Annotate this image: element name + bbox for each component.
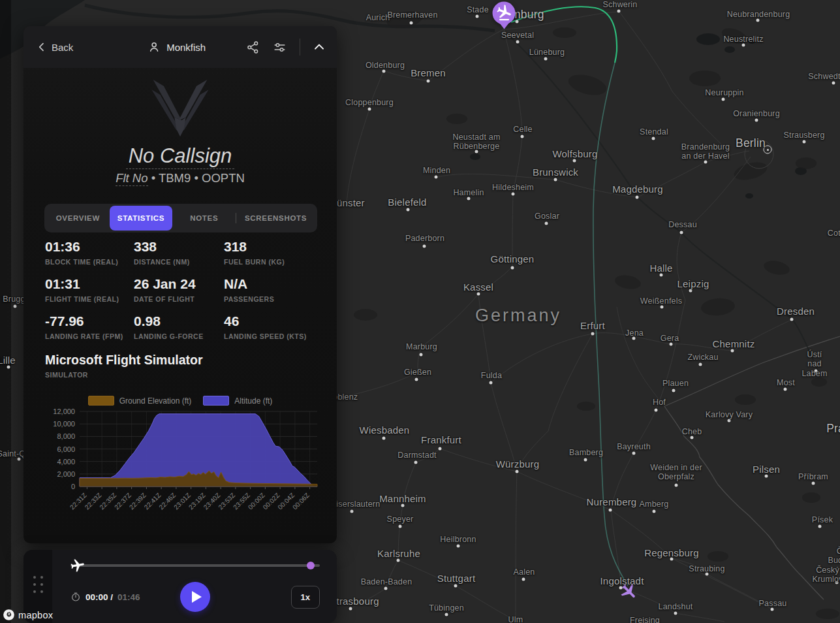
stat-cell: 26 Jan 24DATE OF FLIGHT: [134, 276, 224, 303]
slider-track[interactable]: [70, 564, 320, 567]
legend-altitude: Altitude (ft): [203, 396, 272, 406]
collapse-panel-icon[interactable]: [313, 41, 325, 53]
simulator-label: SIMULATOR: [45, 371, 88, 379]
tab-overview[interactable]: OVERVIEW: [46, 206, 110, 231]
stat-label: BLOCK TIME (REAL): [45, 258, 134, 266]
stat-value: 26 Jan 24: [134, 276, 224, 292]
stat-label: LANDING RATE (FPM): [45, 332, 134, 340]
slider-end-marker[interactable]: [307, 562, 315, 569]
stat-cell: 338DISTANCE (NM): [134, 239, 224, 266]
callsign-title: No Callsign: [23, 144, 337, 168]
legend-ground-label: Ground Elevation (ft): [119, 396, 192, 406]
back-button[interactable]: Back: [37, 42, 73, 53]
panel-header: Back Monkfish: [23, 26, 337, 68]
stat-label: LANDING G-FORCE: [134, 332, 224, 340]
legend-altitude-swatch: [203, 396, 229, 406]
playback-speed-button[interactable]: 1x: [291, 586, 320, 609]
stat-value: 01:36: [45, 239, 134, 255]
stat-cell: 46LANDING SPEED (KTS): [224, 313, 328, 340]
clock-icon: [70, 592, 81, 602]
meta-separator-2: •: [194, 171, 198, 185]
header-divider: [300, 39, 300, 56]
tab-bar: OVERVIEWSTATISTICSNOTESSCREENSHOTS: [44, 204, 317, 232]
legend-ground-swatch: [88, 396, 114, 406]
playback-controls: 00:00 / 01:46 1x: [70, 579, 320, 615]
total-time: 01:46: [117, 592, 140, 602]
stat-value: 46: [224, 313, 328, 329]
stat-cell: 0.98LANDING G-FORCE: [134, 313, 224, 340]
y-axis-tick-label: 2,000: [57, 470, 75, 478]
stat-cell: -77.96LANDING RATE (FPM): [45, 313, 134, 340]
drag-handle-icon[interactable]: [33, 576, 43, 593]
elapsed-time: 00:00 /: [86, 592, 113, 602]
stat-cell: N/APASSENGERS: [224, 276, 328, 303]
stat-label: PASSENGERS: [224, 295, 328, 303]
chart-legend: Ground Elevation (ft) Altitude (ft): [23, 396, 337, 406]
stat-label: DATE OF FLIGHT: [134, 295, 224, 303]
stat-cell: 318FUEL BURN (KG): [224, 239, 328, 266]
tab-notes[interactable]: NOTES: [172, 206, 236, 231]
time-display: 00:00 / 01:46: [70, 592, 140, 602]
mapbox-wordmark: mapbox: [18, 610, 53, 620]
stat-value: 338: [134, 239, 224, 255]
flight-subtitle: Flt No • TBM9 • OOPTN: [23, 171, 337, 185]
y-axis-tick-label: 8,000: [57, 432, 75, 440]
stat-label: LANDING SPEED (KTS): [224, 332, 328, 340]
marker-pin-tail: [499, 24, 508, 29]
aircraft-type: TBM9: [159, 171, 191, 185]
airline-logo: [144, 80, 216, 142]
route-options-icon[interactable]: [273, 40, 287, 54]
tab-statistics[interactable]: STATISTICS: [110, 206, 173, 231]
flight-detail-panel: Back Monkfish: [23, 26, 337, 543]
aircraft-registration: OOPTN: [202, 171, 245, 185]
tab-screenshots[interactable]: SCREENSHOTS: [236, 206, 315, 231]
legend-altitude-label: Altitude (ft): [234, 396, 272, 406]
timeline-slider[interactable]: [70, 558, 320, 573]
y-axis-tick-label: 6,000: [57, 445, 75, 453]
departure-airport-marker[interactable]: [493, 2, 516, 25]
y-axis-tick-label: 10,000: [53, 420, 75, 428]
stat-value: 0.98: [134, 313, 224, 329]
map-attribution[interactable]: mapbox: [3, 609, 53, 621]
legend-ground: Ground Elevation (ft): [88, 396, 192, 406]
stat-cell: 01:36BLOCK TIME (REAL): [45, 239, 134, 266]
simulator-name: Microsoft Flight Simulator: [45, 353, 203, 368]
stat-value: 01:31: [45, 276, 134, 292]
stat-value: 318: [224, 239, 328, 255]
mapbox-logo-icon: [3, 609, 15, 621]
plane-landing-icon: [495, 3, 512, 20]
y-axis-tick-label: 4,000: [57, 458, 75, 466]
play-button[interactable]: [180, 582, 210, 612]
stat-label: FLIGHT TIME (REAL): [45, 295, 134, 303]
back-label: Back: [52, 42, 73, 53]
stat-value: N/A: [224, 276, 328, 292]
playback-bar: 00:00 / 01:46 1x: [23, 550, 337, 623]
elevation-chart: 12,00010,0008,0006,0004,0002,000022:31Z2…: [43, 408, 324, 539]
slider-plane-handle[interactable]: [70, 558, 86, 573]
user-button[interactable]: Monkfish: [148, 40, 206, 54]
chevron-left-icon: [37, 42, 47, 52]
stat-label: DISTANCE (NM): [134, 258, 224, 266]
stat-cell: 01:31FLIGHT TIME (REAL): [45, 276, 134, 303]
map-country-label: Germany: [475, 306, 561, 326]
y-axis-tick-label: 0: [71, 483, 75, 490]
user-icon: [148, 40, 161, 54]
user-name: Monkfish: [166, 42, 206, 53]
y-axis-tick-label: 12,000: [53, 408, 75, 415]
x-axis-tick-label: 00:06Z: [291, 492, 311, 511]
play-icon: [192, 591, 202, 603]
stats-grid: 01:36BLOCK TIME (REAL)338DISTANCE (NM)31…: [45, 239, 328, 340]
share-icon[interactable]: [246, 40, 260, 54]
flight-number: Flt No: [116, 171, 148, 186]
stat-value: -77.96: [45, 313, 134, 329]
stat-label: FUEL BURN (KG): [224, 258, 328, 266]
map-edge-shade: [0, 0, 11, 623]
